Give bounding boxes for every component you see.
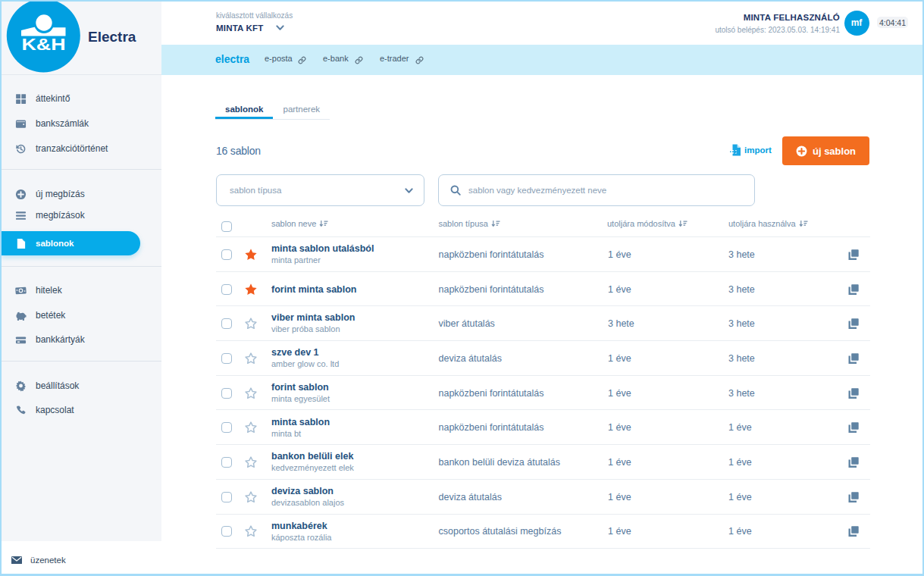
svg-text:K&H: K&H <box>22 35 66 54</box>
